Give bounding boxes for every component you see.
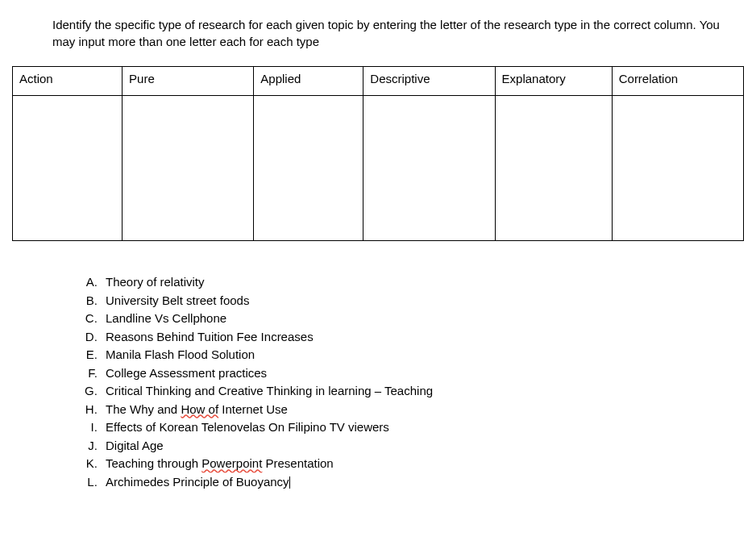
header-action: Action bbox=[13, 67, 123, 96]
header-descriptive: Descriptive bbox=[363, 67, 495, 96]
cell-descriptive[interactable] bbox=[363, 96, 495, 241]
cell-action[interactable] bbox=[13, 96, 123, 241]
list-item: Landline Vs Cellphone bbox=[101, 310, 744, 328]
list-item: Effects of Korean Telenovelas On Filipin… bbox=[101, 418, 744, 437]
header-correlation: Correlation bbox=[612, 67, 743, 96]
header-applied: Applied bbox=[254, 67, 363, 96]
header-explanatory: Explanatory bbox=[495, 67, 612, 96]
list-item: Reasons Behind Tuition Fee Increases bbox=[101, 328, 744, 347]
list-item: Manila Flash Flood Solution bbox=[101, 346, 744, 364]
text-cursor: Archimedes Principle of Buoyancy bbox=[106, 473, 290, 492]
spellcheck-error: How of bbox=[181, 402, 218, 416]
header-pure: Pure bbox=[123, 67, 254, 96]
list-item: College Assessment practices bbox=[101, 364, 744, 383]
list-item: Archimedes Principle of Buoyancy bbox=[101, 473, 744, 492]
list-item: Theory of relativity bbox=[101, 273, 744, 292]
cell-applied[interactable] bbox=[254, 96, 363, 241]
list-item: The Why and How of Internet Use bbox=[101, 401, 744, 419]
cell-pure[interactable] bbox=[123, 96, 254, 241]
table-input-row bbox=[13, 96, 744, 241]
list-item: Critical Thinking and Creative Thinking … bbox=[101, 382, 744, 401]
topic-list: Theory of relativity University Belt str… bbox=[77, 273, 744, 491]
cell-explanatory[interactable] bbox=[495, 96, 612, 241]
table-header-row: Action Pure Applied Descriptive Explanat… bbox=[13, 67, 744, 96]
topic-list-container: Theory of relativity University Belt str… bbox=[77, 273, 744, 491]
spellcheck-error: Powerpoint bbox=[201, 456, 262, 470]
list-item: Teaching through Powerpoint Presentation bbox=[101, 455, 744, 473]
cell-correlation[interactable] bbox=[612, 96, 743, 241]
research-type-table: Action Pure Applied Descriptive Explanat… bbox=[12, 66, 744, 241]
instructions-text: Identify the specific type of research f… bbox=[52, 16, 728, 50]
list-item: Digital Age bbox=[101, 437, 744, 456]
list-item: University Belt street foods bbox=[101, 292, 744, 310]
